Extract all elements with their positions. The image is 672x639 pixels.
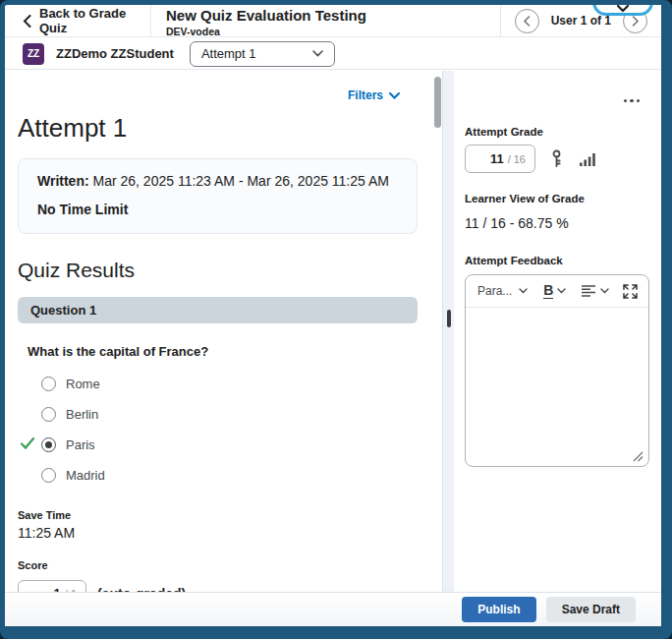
option-label: Madrid: [66, 468, 105, 483]
align-left-icon: [582, 285, 596, 297]
bold-icon: B: [543, 283, 553, 299]
back-label: Back to Grade Quiz: [39, 6, 131, 35]
top-header: Back to Grade Quiz New Quiz Evaluation T…: [5, 5, 661, 37]
fullscreen-button[interactable]: [623, 284, 638, 299]
attempt-dropdown-value: Attempt 1: [201, 46, 312, 61]
overflow-row: [454, 71, 661, 106]
collapsed-dropdown-toggle[interactable]: [592, 0, 653, 16]
score-label: Score: [18, 559, 418, 571]
save-draft-button[interactable]: Save Draft: [546, 597, 636, 622]
statistics-button[interactable]: [580, 152, 596, 166]
attempt-grade-label: Attempt Grade: [465, 126, 661, 138]
learner-view-label: Learner View of Grade: [465, 193, 661, 204]
radio-unselected-icon: [41, 407, 56, 422]
written-label: Written:: [37, 173, 89, 189]
answer-key-button[interactable]: [550, 149, 563, 168]
correct-answer-check-icon: [21, 437, 34, 449]
chevron-down-icon: [617, 5, 629, 12]
time-limit-label: No Time Limit: [37, 202, 398, 217]
question-score-input[interactable]: 1 / 1: [18, 580, 86, 592]
paragraph-style-dropdown[interactable]: Para...: [477, 284, 528, 298]
written-line: Written: Mar 26, 2025 11:23 AM - Mar 26,…: [37, 173, 398, 189]
feedback-editor[interactable]: Para... B: [465, 274, 649, 467]
panel-resize-handle[interactable]: [447, 310, 451, 327]
more-options-button[interactable]: [624, 99, 641, 103]
course-code: DEV-vodea: [166, 27, 366, 38]
option-berlin[interactable]: Berlin: [41, 399, 418, 430]
save-time-label: Save Time: [18, 509, 418, 521]
attempt-feedback-label: Attempt Feedback: [465, 255, 661, 266]
radio-unselected-icon: [41, 468, 56, 483]
quiz-results-heading: Quiz Results: [18, 259, 418, 282]
filters-button[interactable]: Filters: [348, 88, 400, 102]
chevron-down-icon: [600, 288, 609, 294]
radio-selected-icon: [41, 437, 56, 452]
option-label: Berlin: [66, 407, 98, 422]
student-bar: ZZ ZZDemo ZZStudent Attempt 1: [5, 38, 661, 70]
chevron-left-icon: [23, 15, 31, 28]
key-icon: [550, 149, 563, 168]
back-to-grade-quiz-button[interactable]: Back to Grade Quiz: [5, 5, 150, 36]
main-area: Filters Attempt 1 Written: Mar 26, 2025 …: [5, 71, 661, 592]
bar-chart-icon: [580, 152, 596, 166]
chevron-down-icon: [389, 92, 400, 99]
score-row: 1 / 1 (auto-graded): [18, 580, 418, 592]
attempt-heading: Attempt 1: [18, 113, 418, 144]
grade-value: 11: [490, 151, 504, 166]
answer-options: Rome Berlin Paris Madrid: [41, 369, 418, 491]
header-spacer: [366, 5, 500, 36]
filters-label: Filters: [348, 88, 383, 102]
chevron-down-icon: [557, 288, 566, 294]
option-label: Rome: [66, 377, 100, 391]
user-count-label: User 1 of 1: [551, 14, 611, 28]
attempt-info-card: Written: Mar 26, 2025 11:23 AM - Mar 26,…: [18, 158, 418, 234]
question-header: Question 1: [18, 297, 418, 323]
paragraph-style-value: Para...: [477, 284, 512, 298]
chevron-down-icon: [312, 50, 323, 57]
grade-max: / 16: [508, 153, 526, 165]
attempt-dropdown[interactable]: Attempt 1: [190, 41, 335, 67]
previous-user-button[interactable]: [515, 9, 539, 33]
publish-button[interactable]: Publish: [462, 597, 535, 622]
chevron-down-icon: [519, 288, 528, 294]
option-paris-selected[interactable]: Paris: [41, 430, 418, 460]
student-avatar: ZZ: [23, 43, 44, 65]
quiz-evaluation-page: Back to Grade Quiz New Quiz Evaluation T…: [5, 5, 661, 626]
attempt-grade-row: 11 / 16: [465, 145, 661, 173]
page-title: New Quiz Evaluation Testing: [166, 8, 366, 25]
question-text: What is the capital of France?: [28, 344, 418, 359]
quiz-title-block: New Quiz Evaluation Testing DEV-vodea: [151, 5, 366, 36]
feedback-text-area[interactable]: [466, 308, 648, 460]
learner-view-value: 11 / 16 - 68.75 %: [465, 215, 661, 231]
save-time-value: 11:25 AM: [18, 525, 418, 541]
written-value: Mar 26, 2025 11:23 AM - Mar 26, 2025 11:…: [89, 173, 389, 189]
alignment-dropdown[interactable]: [582, 285, 609, 297]
radio-unselected-icon: [41, 377, 56, 391]
bold-format-dropdown[interactable]: B: [543, 283, 566, 299]
option-madrid[interactable]: Madrid: [41, 460, 418, 491]
option-rome[interactable]: Rome: [41, 369, 418, 399]
resize-handle-icon[interactable]: [633, 451, 644, 462]
grading-panel: Attempt Grade 11 / 16 Learner View: [454, 71, 661, 592]
filters-row: Filters: [18, 71, 418, 103]
option-label: Paris: [66, 437, 95, 452]
attempt-panel: Filters Attempt 1 Written: Mar 26, 2025 …: [5, 71, 431, 592]
left-panel-scrollbar[interactable]: [434, 77, 441, 128]
attempt-grade-input[interactable]: 11 / 16: [465, 145, 535, 173]
action-footer: Publish Save Draft: [5, 592, 661, 626]
panel-divider: [442, 71, 454, 592]
student-name: ZZDemo ZZStudent: [56, 46, 174, 61]
app-window: Back to Grade Quiz New Quiz Evaluation T…: [0, 0, 672, 639]
editor-toolbar: Para... B: [466, 275, 648, 308]
